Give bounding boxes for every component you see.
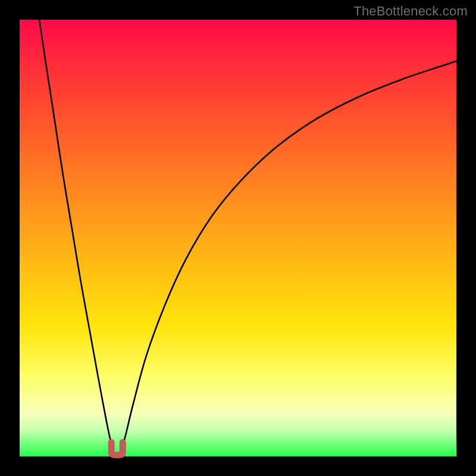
- watermark-text: TheBottleneck.com: [353, 4, 468, 19]
- curves-svg: [20, 20, 456, 456]
- valley-u-marker: [111, 443, 123, 455]
- plot-area: [20, 20, 456, 456]
- curve-right-branch: [122, 61, 456, 449]
- chart-frame: TheBottleneck.com: [0, 0, 476, 476]
- curve-left-branch: [39, 20, 112, 449]
